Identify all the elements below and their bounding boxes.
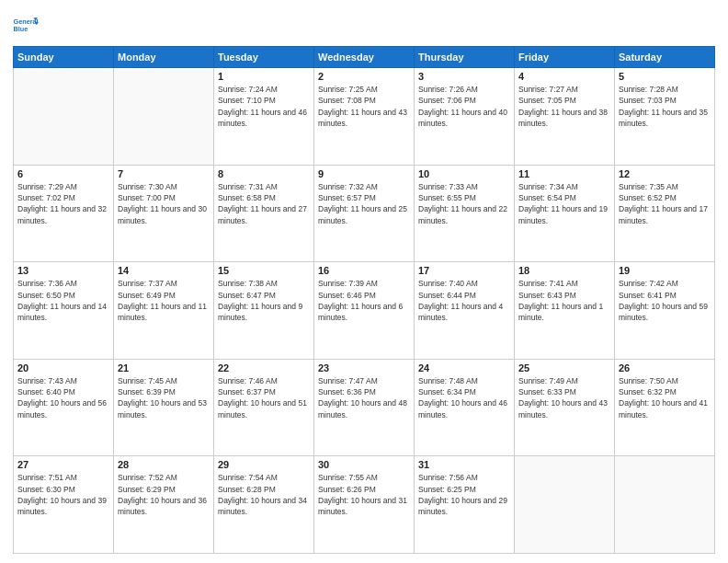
day-info: Sunrise: 7:46 AM Sunset: 6:37 PM Dayligh… bbox=[218, 375, 310, 420]
weekday-header-monday: Monday bbox=[114, 47, 214, 68]
day-number: 17 bbox=[418, 265, 510, 276]
weekday-header-saturday: Saturday bbox=[615, 47, 715, 68]
day-number: 26 bbox=[619, 362, 711, 373]
calendar-cell: 17Sunrise: 7:40 AM Sunset: 6:44 PM Dayli… bbox=[415, 262, 515, 360]
calendar-cell: 20Sunrise: 7:43 AM Sunset: 6:40 PM Dayli… bbox=[14, 359, 114, 456]
day-info: Sunrise: 7:24 AM Sunset: 7:10 PM Dayligh… bbox=[218, 84, 310, 129]
day-info: Sunrise: 7:27 AM Sunset: 7:05 PM Dayligh… bbox=[518, 84, 610, 129]
calendar-cell: 21Sunrise: 7:45 AM Sunset: 6:39 PM Dayli… bbox=[114, 359, 214, 456]
weekday-header-sunday: Sunday bbox=[14, 47, 114, 68]
calendar-cell bbox=[615, 456, 715, 554]
day-info: Sunrise: 7:29 AM Sunset: 7:02 PM Dayligh… bbox=[17, 181, 109, 226]
week-row-5: 27Sunrise: 7:51 AM Sunset: 6:30 PM Dayli… bbox=[14, 456, 715, 554]
weekday-header-row: SundayMondayTuesdayWednesdayThursdayFrid… bbox=[14, 47, 715, 68]
calendar-cell: 22Sunrise: 7:46 AM Sunset: 6:37 PM Dayli… bbox=[214, 359, 314, 456]
logo-icon: GeneralBlue bbox=[13, 13, 39, 39]
day-info: Sunrise: 7:36 AM Sunset: 6:50 PM Dayligh… bbox=[17, 278, 109, 323]
day-number: 5 bbox=[619, 71, 711, 82]
calendar-cell: 14Sunrise: 7:37 AM Sunset: 6:49 PM Dayli… bbox=[114, 262, 214, 360]
day-number: 25 bbox=[518, 362, 610, 373]
day-number: 15 bbox=[218, 265, 310, 276]
day-info: Sunrise: 7:38 AM Sunset: 6:47 PM Dayligh… bbox=[218, 278, 310, 323]
calendar-cell: 31Sunrise: 7:56 AM Sunset: 6:25 PM Dayli… bbox=[415, 456, 515, 554]
week-row-4: 20Sunrise: 7:43 AM Sunset: 6:40 PM Dayli… bbox=[14, 359, 715, 456]
day-info: Sunrise: 7:49 AM Sunset: 6:33 PM Dayligh… bbox=[518, 375, 610, 420]
calendar-cell: 25Sunrise: 7:49 AM Sunset: 6:33 PM Dayli… bbox=[515, 359, 615, 456]
day-number: 4 bbox=[518, 71, 610, 82]
calendar-cell bbox=[14, 68, 114, 166]
day-number: 1 bbox=[218, 71, 310, 82]
day-info: Sunrise: 7:30 AM Sunset: 7:00 PM Dayligh… bbox=[118, 181, 210, 226]
calendar-cell: 29Sunrise: 7:54 AM Sunset: 6:28 PM Dayli… bbox=[214, 456, 314, 554]
weekday-header-friday: Friday bbox=[515, 47, 615, 68]
calendar-cell: 23Sunrise: 7:47 AM Sunset: 6:36 PM Dayli… bbox=[314, 359, 415, 456]
calendar-cell: 27Sunrise: 7:51 AM Sunset: 6:30 PM Dayli… bbox=[14, 456, 114, 554]
day-number: 27 bbox=[17, 459, 109, 470]
day-number: 21 bbox=[118, 362, 210, 373]
calendar-cell: 5Sunrise: 7:28 AM Sunset: 7:03 PM Daylig… bbox=[615, 68, 715, 166]
weekday-header-thursday: Thursday bbox=[415, 47, 515, 68]
calendar-cell: 18Sunrise: 7:41 AM Sunset: 6:43 PM Dayli… bbox=[515, 262, 615, 360]
day-info: Sunrise: 7:34 AM Sunset: 6:54 PM Dayligh… bbox=[518, 181, 610, 226]
day-number: 18 bbox=[518, 265, 610, 276]
calendar-cell: 6Sunrise: 7:29 AM Sunset: 7:02 PM Daylig… bbox=[14, 165, 114, 262]
svg-text:Blue: Blue bbox=[14, 25, 28, 33]
day-number: 28 bbox=[118, 459, 210, 470]
day-number: 13 bbox=[17, 265, 109, 276]
day-info: Sunrise: 7:43 AM Sunset: 6:40 PM Dayligh… bbox=[17, 375, 109, 420]
day-number: 7 bbox=[118, 168, 210, 179]
day-info: Sunrise: 7:35 AM Sunset: 6:52 PM Dayligh… bbox=[619, 181, 711, 226]
day-info: Sunrise: 7:32 AM Sunset: 6:57 PM Dayligh… bbox=[318, 181, 410, 226]
calendar-table: SundayMondayTuesdayWednesdayThursdayFrid… bbox=[13, 46, 715, 554]
logo: GeneralBlue bbox=[13, 13, 39, 39]
day-number: 20 bbox=[17, 362, 109, 373]
calendar-cell: 28Sunrise: 7:52 AM Sunset: 6:29 PM Dayli… bbox=[114, 456, 214, 554]
weekday-header-tuesday: Tuesday bbox=[214, 47, 314, 68]
weekday-header-wednesday: Wednesday bbox=[314, 47, 415, 68]
calendar-cell: 12Sunrise: 7:35 AM Sunset: 6:52 PM Dayli… bbox=[615, 165, 715, 262]
day-info: Sunrise: 7:47 AM Sunset: 6:36 PM Dayligh… bbox=[318, 375, 410, 420]
calendar-cell: 8Sunrise: 7:31 AM Sunset: 6:58 PM Daylig… bbox=[214, 165, 314, 262]
calendar-cell: 2Sunrise: 7:25 AM Sunset: 7:08 PM Daylig… bbox=[314, 68, 415, 166]
day-info: Sunrise: 7:45 AM Sunset: 6:39 PM Dayligh… bbox=[118, 375, 210, 420]
calendar-cell: 9Sunrise: 7:32 AM Sunset: 6:57 PM Daylig… bbox=[314, 165, 415, 262]
day-info: Sunrise: 7:33 AM Sunset: 6:55 PM Dayligh… bbox=[418, 181, 510, 226]
calendar-cell: 26Sunrise: 7:50 AM Sunset: 6:32 PM Dayli… bbox=[615, 359, 715, 456]
day-info: Sunrise: 7:31 AM Sunset: 6:58 PM Dayligh… bbox=[218, 181, 310, 226]
day-info: Sunrise: 7:52 AM Sunset: 6:29 PM Dayligh… bbox=[118, 472, 210, 517]
day-number: 10 bbox=[418, 168, 510, 179]
day-number: 12 bbox=[619, 168, 711, 179]
calendar-cell: 3Sunrise: 7:26 AM Sunset: 7:06 PM Daylig… bbox=[415, 68, 515, 166]
calendar-cell: 7Sunrise: 7:30 AM Sunset: 7:00 PM Daylig… bbox=[114, 165, 214, 262]
day-info: Sunrise: 7:54 AM Sunset: 6:28 PM Dayligh… bbox=[218, 472, 310, 517]
day-number: 24 bbox=[418, 362, 510, 373]
header: GeneralBlue bbox=[13, 9, 715, 39]
day-info: Sunrise: 7:51 AM Sunset: 6:30 PM Dayligh… bbox=[17, 472, 109, 517]
day-info: Sunrise: 7:48 AM Sunset: 6:34 PM Dayligh… bbox=[418, 375, 510, 420]
week-row-3: 13Sunrise: 7:36 AM Sunset: 6:50 PM Dayli… bbox=[14, 262, 715, 360]
calendar-cell: 24Sunrise: 7:48 AM Sunset: 6:34 PM Dayli… bbox=[415, 359, 515, 456]
page: GeneralBlue SundayMondayTuesdayWednesday… bbox=[0, 0, 728, 563]
week-row-2: 6Sunrise: 7:29 AM Sunset: 7:02 PM Daylig… bbox=[14, 165, 715, 262]
day-info: Sunrise: 7:25 AM Sunset: 7:08 PM Dayligh… bbox=[318, 84, 410, 129]
day-info: Sunrise: 7:56 AM Sunset: 6:25 PM Dayligh… bbox=[418, 472, 510, 517]
calendar-cell: 15Sunrise: 7:38 AM Sunset: 6:47 PM Dayli… bbox=[214, 262, 314, 360]
calendar-cell bbox=[114, 68, 214, 166]
day-info: Sunrise: 7:28 AM Sunset: 7:03 PM Dayligh… bbox=[619, 84, 711, 129]
calendar-cell: 11Sunrise: 7:34 AM Sunset: 6:54 PM Dayli… bbox=[515, 165, 615, 262]
day-number: 14 bbox=[118, 265, 210, 276]
day-number: 31 bbox=[418, 459, 510, 470]
day-number: 19 bbox=[619, 265, 711, 276]
day-number: 9 bbox=[318, 168, 410, 179]
day-number: 23 bbox=[318, 362, 410, 373]
day-info: Sunrise: 7:42 AM Sunset: 6:41 PM Dayligh… bbox=[619, 278, 711, 323]
day-info: Sunrise: 7:41 AM Sunset: 6:43 PM Dayligh… bbox=[518, 278, 610, 323]
day-number: 29 bbox=[218, 459, 310, 470]
day-number: 8 bbox=[218, 168, 310, 179]
calendar-cell: 16Sunrise: 7:39 AM Sunset: 6:46 PM Dayli… bbox=[314, 262, 415, 360]
day-number: 16 bbox=[318, 265, 410, 276]
calendar-cell: 13Sunrise: 7:36 AM Sunset: 6:50 PM Dayli… bbox=[14, 262, 114, 360]
calendar-cell: 1Sunrise: 7:24 AM Sunset: 7:10 PM Daylig… bbox=[214, 68, 314, 166]
calendar-cell: 19Sunrise: 7:42 AM Sunset: 6:41 PM Dayli… bbox=[615, 262, 715, 360]
day-number: 11 bbox=[518, 168, 610, 179]
